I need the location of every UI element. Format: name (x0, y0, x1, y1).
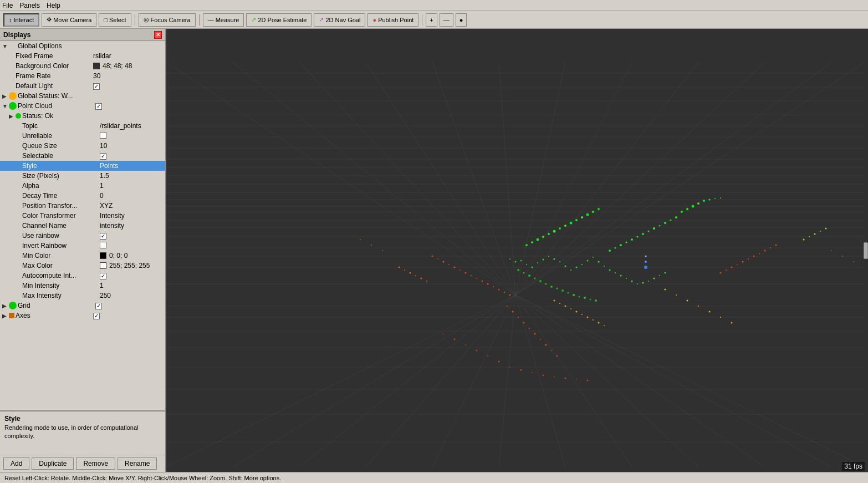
tree-row-channel-name[interactable]: Channel Name intensity (0, 221, 165, 231)
tree-row-status-ok[interactable]: Status: Ok (0, 111, 165, 121)
tree-row-autocompute[interactable]: Autocompute Int... (0, 271, 165, 281)
tree-row-queue-size[interactable]: Queue Size 10 (0, 141, 165, 151)
close-displays-button[interactable]: ✕ (154, 31, 162, 39)
size-pixels-value[interactable]: 1.5 (100, 172, 164, 180)
move-camera-label: Move Camera (53, 17, 91, 23)
unreliable-checkbox[interactable] (100, 132, 106, 139)
alpha-value[interactable]: 1 (100, 182, 164, 190)
publish-point-button[interactable]: ● Publish Point (367, 13, 418, 27)
autocompute-checkbox[interactable] (100, 273, 106, 279)
2d-nav-label: 2D Nav Goal (325, 17, 360, 23)
default-light-checkbox[interactable] (93, 83, 100, 90)
2d-pose-button[interactable]: ↗ 2D Pose Estimate (246, 13, 312, 27)
resize-handle[interactable] (864, 242, 868, 259)
selectable-checkbox[interactable] (100, 153, 106, 160)
measure-button[interactable]: — Measure (203, 13, 244, 27)
tree-row-color-transformer[interactable]: Color Transformer Intensity (0, 211, 165, 221)
tree-row-decay-time[interactable]: Decay Time 0 (0, 191, 165, 201)
max-color-value[interactable]: 255; 255; 255 (100, 262, 164, 270)
tree-row-background-color[interactable]: Background Color 48; 48; 48 (0, 61, 165, 71)
tree-row-unreliable[interactable]: Unreliable (0, 131, 165, 141)
axes-checkbox[interactable] (93, 313, 100, 319)
max-color-text: 255; 255; 255 (109, 262, 150, 270)
default-light-value[interactable] (93, 82, 164, 90)
use-rainbow-value[interactable] (100, 232, 164, 240)
expand-global-options[interactable] (2, 43, 9, 49)
tree-row-alpha[interactable]: Alpha 1 (0, 181, 165, 191)
svg-point-217 (686, 208, 688, 210)
tree-row-frame-rate[interactable]: Frame Rate 30 (0, 71, 165, 81)
expand-point-cloud[interactable] (2, 103, 9, 109)
svg-point-216 (681, 211, 683, 213)
expand-global-status[interactable] (2, 93, 9, 99)
add-button[interactable]: Add (3, 457, 29, 470)
unreliable-value[interactable] (100, 132, 164, 140)
selectable-value[interactable] (100, 152, 164, 160)
tree-row-size-pixels[interactable]: Size (Pixels) 1.5 (0, 171, 165, 181)
grid-value[interactable] (95, 302, 164, 309)
grid-checkbox[interactable] (95, 303, 102, 309)
svg-point-140 (410, 272, 411, 274)
tree-row-selectable[interactable]: Selectable (0, 151, 165, 161)
tree-row-style[interactable]: Style Points (0, 161, 165, 171)
tree-row-global-status[interactable]: Global Status: W... (0, 91, 165, 101)
point-cloud-checkbox[interactable] (95, 103, 102, 110)
tree-row-min-intensity[interactable]: Min Intensity 1 (0, 281, 165, 291)
tree-row-topic[interactable]: Topic /rslidar_points (0, 121, 165, 131)
topic-value[interactable]: /rslidar_points (100, 122, 164, 130)
viewport[interactable]: 31 fps (166, 29, 868, 472)
remove-button[interactable]: Remove (76, 457, 115, 470)
fixed-frame-value[interactable]: rslidar (93, 52, 164, 60)
style-value[interactable]: Points (100, 162, 164, 170)
focus-camera-button[interactable]: ◎ Focus Camera (139, 13, 196, 27)
menu-help[interactable]: Help (47, 2, 60, 9)
tree-row-point-cloud[interactable]: Point Cloud (0, 101, 165, 111)
invert-rainbow-value[interactable] (100, 242, 164, 250)
interact-button[interactable]: ↕ Interact (3, 13, 39, 27)
use-rainbow-checkbox[interactable] (100, 233, 106, 240)
tree-row-default-light[interactable]: Default Light (0, 81, 165, 91)
frame-rate-value[interactable]: 30 (93, 72, 164, 80)
rename-button[interactable]: Rename (118, 457, 157, 470)
point-cloud-value[interactable] (95, 102, 164, 110)
autocompute-value[interactable] (100, 272, 164, 279)
min-intensity-value[interactable]: 1 (100, 282, 164, 289)
svg-point-89 (545, 283, 547, 285)
max-intensity-value[interactable]: 250 (100, 292, 164, 299)
extra-btn-1[interactable]: + (426, 13, 437, 27)
queue-size-value[interactable]: 10 (100, 142, 164, 150)
tree-row-fixed-frame[interactable]: Fixed Frame rslidar (0, 51, 165, 61)
tree-row-position-transform[interactable]: Position Transfor... XYZ (0, 201, 165, 211)
select-button[interactable]: □ Select (99, 13, 131, 27)
decay-time-value[interactable]: 0 (100, 192, 164, 200)
decay-time-label: Decay Time (22, 192, 100, 200)
tree-row-axes[interactable]: Axes (0, 311, 165, 321)
tree-row-max-color[interactable]: Max Color 255; 255; 255 (0, 261, 165, 271)
extra-btn-2[interactable]: — (440, 13, 453, 27)
status-icon-ok (16, 113, 21, 119)
expand-axes[interactable] (2, 313, 9, 319)
duplicate-button[interactable]: Duplicate (32, 457, 74, 470)
move-camera-button[interactable]: ✥ Move Camera (42, 13, 96, 27)
tree-row-use-rainbow[interactable]: Use rainbow (0, 231, 165, 241)
tree-row-min-color[interactable]: Min Color 0; 0; 0 (0, 251, 165, 261)
tree-row-grid[interactable]: Grid (0, 301, 165, 311)
background-color-value[interactable]: 48; 48; 48 (93, 62, 164, 70)
menu-file[interactable]: File (2, 2, 13, 9)
color-transformer-value[interactable]: Intensity (100, 212, 164, 220)
2d-nav-button[interactable]: ↗ 2D Nav Goal (314, 13, 365, 27)
expand-grid[interactable] (2, 303, 9, 309)
min-color-value[interactable]: 0; 0; 0 (100, 252, 164, 260)
tree-row-invert-rainbow[interactable]: Invert Rainbow (0, 241, 165, 251)
expand-status-ok[interactable] (9, 113, 16, 119)
menu-panels[interactable]: Panels (19, 2, 40, 9)
channel-name-value[interactable]: intensity (100, 222, 164, 230)
position-transform-value[interactable]: XYZ (100, 202, 164, 210)
tree-row-global-options[interactable]: Global Options (0, 41, 165, 51)
tree-row-max-intensity[interactable]: Max Intensity 250 (0, 291, 165, 301)
extra-btn-3[interactable]: ● (456, 13, 467, 27)
tree-panel[interactable]: Global Options Fixed Frame rslidar Backg… (0, 41, 165, 410)
invert-rainbow-checkbox[interactable] (100, 242, 106, 248)
svg-point-57 (520, 260, 522, 262)
axes-value[interactable] (93, 312, 164, 319)
